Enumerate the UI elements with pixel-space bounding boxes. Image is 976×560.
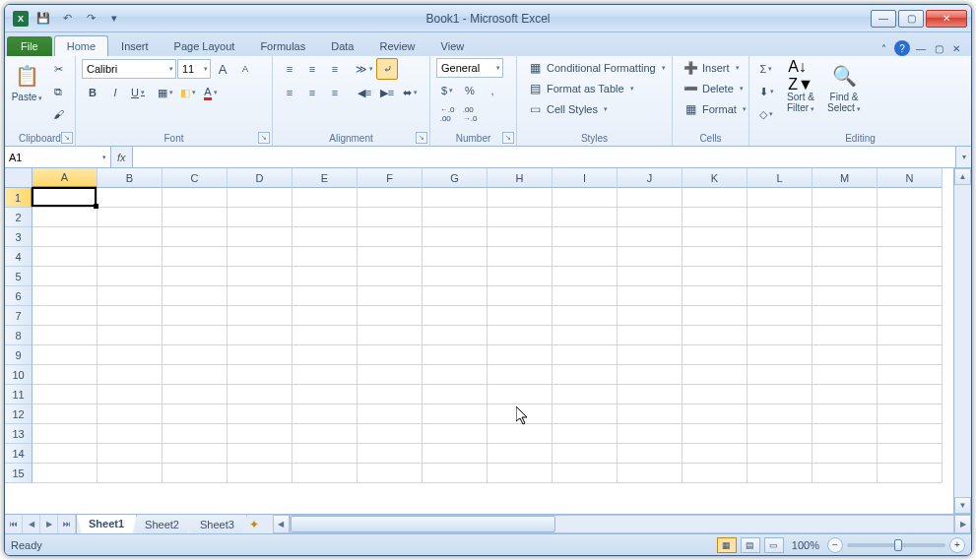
- fx-icon[interactable]: fx: [117, 152, 126, 163]
- minimize-button[interactable]: —: [871, 10, 896, 28]
- cell[interactable]: [33, 286, 98, 306]
- cell[interactable]: [683, 286, 748, 306]
- cell[interactable]: [813, 227, 878, 247]
- cell[interactable]: [33, 208, 98, 227]
- cell[interactable]: [618, 286, 683, 306]
- cell[interactable]: [748, 385, 813, 404]
- cell[interactable]: [618, 464, 683, 483]
- scroll-down-button[interactable]: ▼: [954, 497, 971, 514]
- cell[interactable]: [33, 404, 98, 424]
- help-icon[interactable]: ?: [894, 40, 910, 56]
- cell[interactable]: [98, 365, 163, 385]
- cells[interactable]: [33, 188, 943, 514]
- cell[interactable]: [423, 464, 488, 483]
- column-header[interactable]: A: [33, 168, 98, 188]
- scroll-right-button[interactable]: ▶: [954, 515, 971, 533]
- cell[interactable]: [748, 247, 813, 267]
- zoom-slider[interactable]: [847, 543, 945, 547]
- number-format-combo[interactable]: General▾: [436, 58, 503, 78]
- cell[interactable]: [228, 345, 293, 365]
- cell[interactable]: [683, 464, 748, 483]
- bold-button[interactable]: B: [82, 82, 103, 103]
- cell[interactable]: [163, 227, 228, 247]
- cell[interactable]: [98, 208, 163, 227]
- cell[interactable]: [813, 345, 878, 365]
- cell[interactable]: [683, 365, 748, 385]
- zoom-level[interactable]: 100%: [792, 539, 819, 551]
- cell[interactable]: [683, 404, 748, 424]
- cell[interactable]: [553, 345, 618, 365]
- cell[interactable]: [553, 404, 618, 424]
- tab-page-layout[interactable]: Page Layout: [162, 35, 248, 56]
- zoom-out-button[interactable]: −: [827, 537, 843, 553]
- scroll-left-button[interactable]: ◀: [273, 515, 290, 533]
- cell[interactable]: [293, 188, 358, 208]
- cell[interactable]: [618, 306, 683, 326]
- column-header[interactable]: H: [488, 168, 553, 188]
- column-header[interactable]: I: [553, 168, 618, 188]
- cell[interactable]: [228, 286, 293, 306]
- cell[interactable]: [163, 267, 228, 286]
- cell[interactable]: [98, 424, 163, 444]
- cell[interactable]: [98, 404, 163, 424]
- cell[interactable]: [293, 424, 358, 444]
- orientation-button[interactable]: ≫▾: [354, 58, 375, 80]
- close-button[interactable]: ✕: [926, 10, 967, 28]
- wrap-text-button[interactable]: ⤶: [376, 58, 398, 80]
- cell[interactable]: [358, 267, 423, 286]
- row-header[interactable]: 12: [5, 404, 33, 424]
- column-header[interactable]: K: [683, 168, 748, 188]
- underline-button[interactable]: U▾: [127, 82, 149, 103]
- cell[interactable]: [618, 345, 683, 365]
- cell[interactable]: [293, 365, 358, 385]
- cell[interactable]: [878, 404, 943, 424]
- decrease-decimal-button[interactable]: .00→.0: [459, 103, 481, 125]
- cell[interactable]: [813, 365, 878, 385]
- sort-filter-button[interactable]: A↓Z▼ Sort & Filter▾: [781, 58, 820, 116]
- cell[interactable]: [488, 208, 553, 227]
- cell[interactable]: [878, 227, 943, 247]
- cell[interactable]: [98, 188, 163, 208]
- column-header[interactable]: F: [358, 168, 423, 188]
- cell[interactable]: [423, 385, 488, 404]
- cell[interactable]: [553, 424, 618, 444]
- cell[interactable]: [33, 227, 98, 247]
- cell[interactable]: [358, 208, 423, 227]
- cell[interactable]: [358, 306, 423, 326]
- cell[interactable]: [98, 306, 163, 326]
- cell[interactable]: [683, 188, 748, 208]
- maximize-button[interactable]: ▢: [898, 10, 924, 28]
- cell[interactable]: [878, 424, 943, 444]
- cell[interactable]: [358, 188, 423, 208]
- cell[interactable]: [553, 188, 618, 208]
- cell[interactable]: [488, 464, 553, 483]
- cell[interactable]: [813, 208, 878, 227]
- cell[interactable]: [683, 227, 748, 247]
- number-dialog-launcher[interactable]: ↘: [502, 132, 514, 144]
- cell[interactable]: [423, 247, 488, 267]
- row-header[interactable]: 9: [5, 345, 33, 365]
- cell[interactable]: [618, 385, 683, 404]
- zoom-thumb[interactable]: [894, 539, 902, 551]
- cell[interactable]: [488, 326, 553, 345]
- format-cells-button[interactable]: ▦Format▾: [679, 99, 750, 119]
- cell[interactable]: [423, 208, 488, 227]
- cell[interactable]: [423, 365, 488, 385]
- cell[interactable]: [748, 227, 813, 247]
- autosum-button[interactable]: Σ▾: [755, 58, 777, 80]
- formula-input[interactable]: [133, 147, 955, 167]
- cell[interactable]: [813, 385, 878, 404]
- cell[interactable]: [488, 227, 553, 247]
- cell[interactable]: [163, 385, 228, 404]
- vertical-scrollbar[interactable]: ▲ ▼: [953, 168, 971, 514]
- row-header[interactable]: 5: [5, 267, 33, 286]
- cell[interactable]: [813, 424, 878, 444]
- cell[interactable]: [748, 464, 813, 483]
- cell[interactable]: [293, 306, 358, 326]
- cell[interactable]: [748, 345, 813, 365]
- cell[interactable]: [293, 444, 358, 464]
- cell[interactable]: [683, 444, 748, 464]
- format-painter-button[interactable]: 🖌: [47, 103, 69, 125]
- tab-home[interactable]: Home: [54, 35, 108, 56]
- cell[interactable]: [163, 404, 228, 424]
